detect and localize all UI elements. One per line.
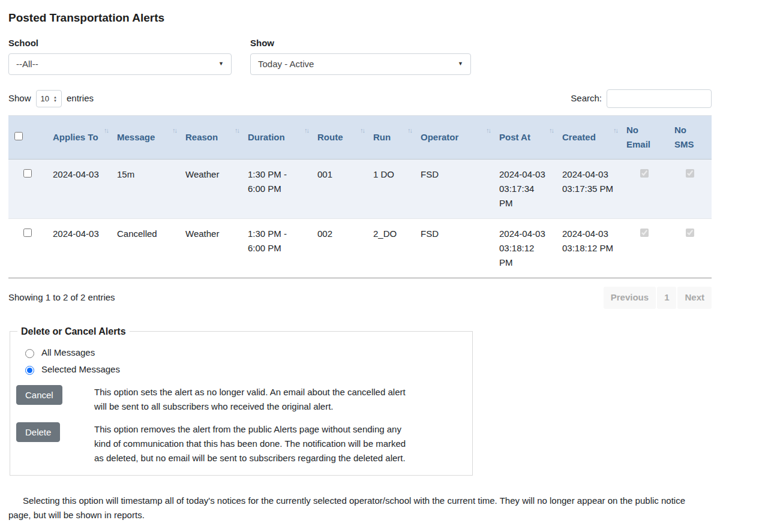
row-select-checkbox[interactable] [23, 229, 32, 237]
col-header-run[interactable]: Run↑↓ [367, 116, 415, 160]
cell-reason: Weather [179, 160, 242, 219]
delete-cancel-fieldset: Delete or Cancel Alerts All Messages Sel… [10, 324, 473, 476]
search-control: Search: [571, 89, 712, 108]
chevron-down-icon: ▼ [458, 60, 463, 68]
cancel-description: This option sets the alert as no longer … [94, 385, 409, 414]
sort-icon: ↑↓ [360, 125, 364, 136]
col-header-message[interactable]: Message↑↓ [111, 116, 179, 160]
cell-created: 2024-04-03 03:18:12 PM [556, 219, 620, 278]
col-header-label: Duration [248, 132, 285, 142]
search-input[interactable] [607, 89, 712, 108]
fieldset-legend: Delete or Cancel Alerts [17, 324, 130, 339]
cancel-button[interactable]: Cancel [16, 385, 62, 405]
filters: School --All-- ▼ Show Today - Active ▼ [8, 37, 712, 76]
cell-route: 002 [311, 219, 367, 278]
entries-label-after: entries [67, 92, 94, 106]
table-footer: Showing 1 to 2 of 2 entries Previous 1 N… [8, 287, 712, 309]
page-title: Posted Transportation Alerts [8, 10, 712, 27]
cell-operator: FSD [415, 160, 493, 219]
table-row: 2024-04-03 Cancelled Weather 1:30 PM - 6… [8, 219, 712, 278]
col-header-select[interactable] [8, 116, 47, 160]
col-header-label: Created [562, 132, 596, 142]
cell-reason: Weather [179, 219, 242, 278]
cell-message: 15m [111, 160, 179, 219]
cell-applies-to: 2024-04-03 [47, 160, 111, 219]
selected-messages-radio[interactable] [25, 366, 34, 375]
sort-icon: ↑↓ [613, 125, 617, 136]
table-info: Showing 1 to 2 of 2 entries [8, 291, 115, 305]
no-email-checkbox [640, 169, 649, 178]
show-select[interactable]: Today - Active ▼ [250, 53, 471, 75]
cell-duration: 1:30 PM - 6:00 PM [242, 219, 311, 278]
entries-select-value: 10 [41, 93, 49, 105]
show-label: Show [250, 37, 471, 50]
col-header-route[interactable]: Route↑↓ [311, 116, 367, 160]
col-header-operator[interactable]: Operator↑↓ [415, 116, 493, 160]
show-filter: Show Today - Active ▼ [250, 37, 471, 76]
entries-select[interactable]: 10 ▲▼ [36, 90, 62, 107]
cell-operator: FSD [415, 219, 493, 278]
sort-icon: ↑↓ [104, 125, 108, 136]
cell-applies-to: 2024-04-03 [47, 219, 111, 278]
table-row: 2024-04-03 15m Weather 1:30 PM - 6:00 PM… [8, 160, 712, 219]
school-label: School [8, 37, 232, 50]
cell-post-at: 2024-04-03 03:17:34 PM [493, 160, 556, 219]
search-label: Search: [571, 92, 602, 106]
school-select[interactable]: --All-- ▼ [8, 53, 232, 75]
sort-icon: ↑↓ [304, 125, 308, 136]
col-header-label: Run [373, 132, 391, 142]
col-header-label: No Email [626, 125, 650, 149]
col-header-label: No SMS [674, 125, 694, 149]
delete-button[interactable]: Delete [16, 422, 60, 442]
entries-label-before: Show [8, 92, 31, 106]
col-header-post-at[interactable]: Post At↑↓ [493, 116, 556, 160]
cell-run: 1 DO [367, 160, 415, 219]
col-header-label: Reason [185, 132, 218, 142]
pagination-page-1[interactable]: 1 [657, 287, 676, 309]
pagination-previous[interactable]: Previous [604, 287, 656, 309]
cancel-action-row: Cancel This option sets the alert as no … [16, 385, 463, 414]
sort-icon: ↑↓ [235, 125, 239, 136]
col-header-created[interactable]: Created↑↓ [556, 116, 620, 160]
col-header-applies-to[interactable]: Applies To↑↓ [47, 116, 111, 160]
sort-icon: ↑↓ [486, 125, 490, 136]
delete-action-row: Delete This option removes the alert fro… [16, 422, 463, 465]
table-controls: Show 10 ▲▼ entries Search: [8, 89, 712, 108]
school-filter: School --All-- ▼ [8, 37, 232, 76]
col-header-duration[interactable]: Duration↑↓ [242, 116, 311, 160]
sort-icon: ↑↓ [407, 125, 412, 136]
chevron-down-icon: ▼ [218, 60, 224, 68]
all-messages-option: All Messages [22, 346, 463, 360]
all-messages-radio[interactable] [25, 349, 34, 358]
show-select-value: Today - Active [258, 58, 314, 71]
selected-messages-option: Selected Messages [22, 363, 463, 377]
select-all-checkbox[interactable] [14, 132, 23, 140]
cell-run: 2_DO [367, 219, 415, 278]
col-header-label: Route [317, 132, 343, 142]
pagination-next[interactable]: Next [677, 287, 712, 309]
alerts-table: Applies To↑↓ Message↑↓ Reason↑↓ Duration… [8, 115, 712, 278]
col-header-no-email[interactable]: No Email [620, 116, 668, 160]
cell-post-at: 2024-04-03 03:18:12 PM [493, 219, 556, 278]
school-select-value: --All-- [16, 58, 38, 71]
col-header-label: Message [117, 132, 155, 142]
col-header-reason[interactable]: Reason↑↓ [179, 116, 242, 160]
table-header-row: Applies To↑↓ Message↑↓ Reason↑↓ Duration… [8, 116, 712, 160]
all-messages-label[interactable]: All Messages [41, 346, 95, 360]
delete-description: This option removes the alert from the p… [94, 422, 409, 465]
entries-length-control: Show 10 ▲▼ entries [8, 90, 94, 107]
col-header-label: Post At [499, 132, 530, 142]
cell-route: 001 [311, 160, 367, 219]
row-select-checkbox[interactable] [23, 169, 32, 178]
cell-duration: 1:30 PM - 6:00 PM [242, 160, 311, 219]
no-email-checkbox [640, 229, 649, 237]
col-header-no-sms[interactable]: No SMS [668, 116, 712, 160]
col-header-label: Applies To [53, 132, 98, 142]
sort-icon: ↑↓ [549, 125, 553, 136]
spinner-arrows-icon: ▲▼ [53, 95, 57, 103]
page: Posted Transportation Alerts School --Al… [8, 10, 712, 532]
no-sms-checkbox [686, 229, 694, 237]
selected-messages-label[interactable]: Selected Messages [41, 363, 120, 377]
col-header-label: Operator [421, 132, 458, 142]
no-sms-checkbox [686, 169, 694, 178]
